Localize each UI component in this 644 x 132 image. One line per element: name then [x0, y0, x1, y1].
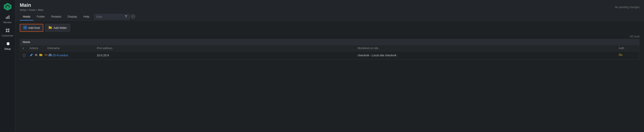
edit-icon[interactable]: [30, 53, 34, 57]
col-header-actions: Actions: [30, 47, 47, 50]
host-count-row: 0/1 host: [20, 35, 640, 38]
content-area: Add host Add folder 0/1 host Hosts: [15, 21, 644, 132]
svg-rect-7: [8, 29, 10, 30]
header-title-section: Main Setup > Hosts > Main: [20, 2, 44, 11]
tab-folder[interactable]: Folder: [34, 13, 48, 21]
hostname-link[interactable]: VM-20-9-centos: [47, 54, 68, 57]
svg-rect-6: [6, 29, 8, 30]
app-layout: Monitor Customize Setup: [0, 0, 644, 132]
folder-action-icon[interactable]: [39, 53, 43, 57]
add-host-button[interactable]: Add host: [20, 24, 43, 32]
list-icon[interactable]: [34, 53, 38, 57]
key-icon: [619, 53, 623, 57]
grid-icon: [6, 28, 10, 33]
tab-hosts[interactable]: Hosts: [20, 13, 34, 21]
svg-rect-8: [6, 31, 8, 32]
svg-rect-15: [35, 55, 37, 55]
col-header-monitored: Monitored on site: [358, 47, 619, 50]
main-content: Main Setup > Hosts > Main No pending cha…: [15, 0, 644, 132]
ipv4-cell: 10.0.20.9: [97, 54, 358, 57]
sidebar-item-customize[interactable]: Customize: [0, 26, 15, 39]
row-actions-cell: [30, 53, 47, 57]
sidebar: Monitor Customize Setup: [0, 0, 15, 132]
no-pending-changes: No pending changes: [615, 5, 640, 9]
svg-rect-4: [7, 16, 8, 19]
sidebar-item-setup[interactable]: Setup: [0, 39, 15, 52]
svg-rect-9: [8, 31, 10, 32]
add-folder-label: Add folder: [54, 26, 67, 30]
app-logo[interactable]: [3, 2, 12, 12]
filter-box: [94, 14, 130, 20]
svg-rect-5: [8, 15, 10, 19]
gear-icon: [6, 41, 10, 47]
nav-tabs: Hosts Folder Related Display Help: [20, 13, 640, 21]
table-column-headers: x Actions Hostname IPv4 address Monitore…: [20, 45, 639, 51]
table-section-header: Hosts: [20, 39, 639, 45]
bar-chart-icon: [6, 15, 10, 20]
col-header-ipv4: IPv4 address: [97, 47, 358, 50]
sidebar-item-monitor[interactable]: Monitor: [0, 13, 15, 26]
col-header-hostname: Hostname: [47, 47, 97, 50]
move-icon[interactable]: [44, 53, 48, 57]
tab-display[interactable]: Display: [64, 13, 80, 21]
add-folder-button[interactable]: Add folder: [45, 24, 70, 32]
monitored-cell: checkmk - Local site checkmk: [358, 54, 619, 57]
auth-cell: [619, 53, 636, 57]
table-row: VM-20-9-centos 10.0.20.9 checkmk - Local…: [20, 51, 639, 59]
tab-related[interactable]: Related: [48, 13, 64, 21]
filter-collapse-icon[interactable]: [131, 14, 135, 19]
svg-rect-14: [35, 54, 37, 54]
svg-point-20: [619, 54, 621, 56]
col-header-checkbox: x: [23, 47, 30, 50]
page-title: Main: [20, 2, 44, 8]
sidebar-label-customize: Customize: [2, 34, 14, 37]
svg-rect-3: [6, 17, 7, 19]
sidebar-label-monitor: Monitor: [3, 21, 12, 24]
svg-point-10: [131, 15, 135, 18]
host-count: 0/1 host: [630, 35, 640, 38]
action-buttons: Add host Add folder: [20, 24, 640, 32]
row-checkbox[interactable]: [23, 54, 26, 57]
hostname-cell: VM-20-9-centos: [47, 54, 97, 57]
add-folder-icon: [48, 26, 52, 30]
hosts-table: Hosts x Actions Hostname IPv4 address Mo…: [20, 39, 640, 60]
svg-rect-16: [35, 56, 37, 56]
filter-input[interactable]: [96, 15, 123, 19]
breadcrumb: Setup > Hosts > Main: [20, 9, 44, 11]
tab-help[interactable]: Help: [80, 13, 93, 21]
header-top: Main Setup > Hosts > Main No pending cha…: [20, 2, 640, 11]
row-checkbox-cell: [23, 54, 30, 57]
add-host-icon: [23, 26, 27, 30]
col-header-auth: Auth: [619, 47, 636, 50]
add-host-label: Add host: [28, 26, 40, 30]
header: Main Setup > Hosts > Main No pending cha…: [15, 0, 644, 21]
filter-funnel-icon[interactable]: [124, 15, 128, 19]
sidebar-label-setup: Setup: [4, 47, 11, 50]
